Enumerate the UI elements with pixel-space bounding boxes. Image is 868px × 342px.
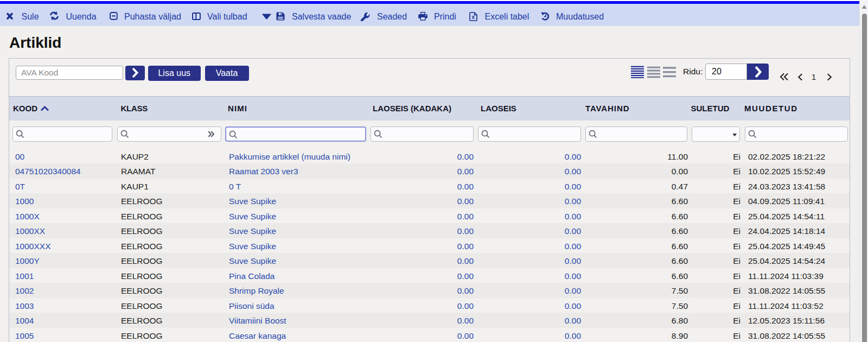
- svg-text:x: x: [471, 14, 475, 20]
